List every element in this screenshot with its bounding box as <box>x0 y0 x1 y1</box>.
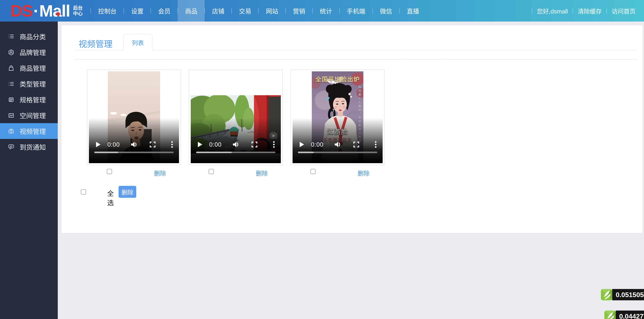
progress-bar[interactable] <box>298 152 377 153</box>
fullscreen-icon[interactable] <box>252 142 257 148</box>
trace-time-label: 0.051505s <box>612 289 644 300</box>
video-select-checkbox[interactable] <box>209 169 214 174</box>
progress-bar[interactable] <box>196 152 276 153</box>
sidebar-item-goods-management[interactable]: 商品管理 <box>0 60 58 76</box>
topnav-item-mobile[interactable]: 手机端 <box>340 0 372 22</box>
topnav-item-website[interactable]: 网站 <box>258 0 286 22</box>
video-overlay-title: 全国平均脸出炉 <box>316 74 360 83</box>
tabbar-underline <box>75 50 637 50</box>
logo-middot: · <box>33 2 38 19</box>
overflow-menu-icon[interactable] <box>375 141 376 148</box>
delete-video-link[interactable]: 删除 <box>154 168 166 177</box>
delete-video-link[interactable]: 删除 <box>256 168 268 177</box>
clear-cache-link[interactable]: 清除缓存 <box>573 0 607 22</box>
video-card-frame: 0:00 <box>87 70 181 165</box>
video-card: 0:00 删除 <box>189 70 283 179</box>
sidebar-item-goods-category[interactable]: 商品分类 <box>0 28 58 44</box>
progress-loaded <box>94 152 118 153</box>
video-card-frame: 0:00 <box>189 70 283 165</box>
topnav-item-console[interactable]: 控制台 <box>91 0 124 22</box>
video-actions-row: 删除 <box>189 168 283 179</box>
sidebar-item-arrival-notice[interactable]: 到货通知 <box>0 139 58 155</box>
volume-icon[interactable] <box>130 141 138 149</box>
trace-badge[interactable]: 0.044277s <box>604 310 644 319</box>
select-all-checkbox[interactable] <box>81 189 86 194</box>
progress-loaded <box>196 152 232 153</box>
video-actions-row: 删除 <box>87 168 181 179</box>
tab-list[interactable]: 列表 <box>123 34 152 50</box>
logo-a-dot-icon <box>56 12 60 16</box>
sidebar-item-label: 类型管理 <box>20 79 46 88</box>
logo-subtitle: 后台 中心 <box>73 5 82 16</box>
main-panel: 视频管理 列表 <box>62 26 642 233</box>
goods-bag-icon <box>8 65 15 72</box>
sidebar-item-type-management[interactable]: 类型管理 <box>0 76 58 92</box>
volume-icon[interactable] <box>334 141 341 149</box>
select-all-label: 全选 <box>107 188 114 207</box>
sidebar-item-brand-management[interactable]: 品牌管理 <box>0 44 58 60</box>
sidebar-item-spec-management[interactable]: 规格管理 <box>0 92 58 107</box>
logo-mall: Mall <box>39 2 70 19</box>
video-player[interactable]: 0:00 <box>191 72 281 163</box>
player-bottom-gradient <box>292 118 383 163</box>
delete-video-link[interactable]: 删除 <box>358 168 370 177</box>
time-display: 0:00 <box>108 141 120 148</box>
video-select-checkbox[interactable] <box>107 169 112 174</box>
play-icon[interactable] <box>96 142 101 148</box>
player-controls: 0:00 <box>292 141 383 148</box>
brand-logo-text: DS · Mall <box>10 2 70 19</box>
logo-subtitle-line1: 后台 <box>73 5 82 11</box>
page-title: 视频管理 <box>78 37 112 50</box>
topnav-item-goods[interactable]: 商品 <box>178 0 204 22</box>
topnav-item-statistics[interactable]: 统计 <box>312 0 340 22</box>
section-divider <box>75 59 637 60</box>
sidebar-item-label: 商品分类 <box>20 32 46 41</box>
topbar: DS · Mall 后台 中心 控制台 设置 会员 商品 店铺 交易 网站 营销… <box>0 0 644 22</box>
topnav-item-settings[interactable]: 设置 <box>124 0 151 22</box>
visit-homepage-link[interactable]: 访问首页 <box>607 0 640 22</box>
video-card: 全国平均脸出炉 仅代表个人观点，不代表官方数据 江西脸 五官圆润旺夫 0:00 <box>291 70 384 179</box>
overflow-menu-icon[interactable] <box>171 141 173 148</box>
sidebar-item-label: 空间管理 <box>20 111 46 120</box>
topnav-item-wechat[interactable]: 微信 <box>372 0 400 22</box>
topnav-item-trades[interactable]: 交易 <box>232 0 258 22</box>
bulk-delete-button[interactable]: 删除 <box>118 186 136 198</box>
logo-subtitle-line2: 中心 <box>73 11 82 16</box>
topnav-item-stores[interactable]: 店铺 <box>204 0 232 22</box>
player-controls: 0:00 <box>89 141 179 148</box>
space-image-icon <box>8 112 15 119</box>
sidebar-item-label: 到货通知 <box>20 142 46 152</box>
volume-icon[interactable] <box>232 141 240 149</box>
overflow-menu-icon[interactable] <box>273 141 275 148</box>
player-controls: 0:00 <box>191 141 281 148</box>
brand-logo[interactable]: DS · Mall 后台 中心 <box>0 0 82 22</box>
video-player[interactable]: 全国平均脸出炉 仅代表个人观点，不代表官方数据 江西脸 五官圆润旺夫 0:00 <box>292 72 383 163</box>
spec-doc-icon <box>8 96 15 103</box>
player-bottom-gradient <box>89 118 179 163</box>
play-icon[interactable] <box>299 142 304 148</box>
sidebar-item-space-management[interactable]: 空间管理 <box>0 107 58 123</box>
trace-leaf-icon <box>604 310 616 319</box>
sidebar-item-video-management[interactable]: 视频管理 <box>0 123 58 139</box>
video-select-checkbox[interactable] <box>310 169 316 174</box>
progress-bar[interactable] <box>94 152 174 153</box>
trace-time-label: 0.044277s <box>616 310 644 319</box>
video-card: 0:00 删除 <box>87 70 181 179</box>
fullscreen-icon[interactable] <box>353 142 359 148</box>
trace-badge[interactable]: 0.051505s <box>601 289 644 300</box>
video-actions-row: 删除 <box>291 168 384 179</box>
play-icon[interactable] <box>197 142 203 148</box>
topbar-greeting[interactable]: 您好,dsmall <box>532 0 573 22</box>
sidebar-item-label: 视频管理 <box>20 126 46 136</box>
fullscreen-icon[interactable] <box>150 142 156 148</box>
type-list-icon <box>8 80 15 87</box>
topnav-item-live[interactable]: 直播 <box>400 0 426 22</box>
player-bottom-gradient <box>191 118 281 163</box>
sidebar-item-label: 品牌管理 <box>20 48 46 57</box>
topnav-item-members[interactable]: 会员 <box>151 0 178 22</box>
video-card-frame: 全国平均脸出炉 仅代表个人观点，不代表官方数据 江西脸 五官圆润旺夫 0:00 <box>291 70 384 165</box>
topnav-item-marketing[interactable]: 营销 <box>286 0 312 22</box>
video-player[interactable]: 0:00 <box>89 72 179 163</box>
topbar-right: 您好,dsmall 清除缓存 访问首页 <box>532 0 644 22</box>
sidebar-menu: 商品分类 品牌管理 商品管理 类型管理 规格管理 空间管理 <box>0 22 58 155</box>
